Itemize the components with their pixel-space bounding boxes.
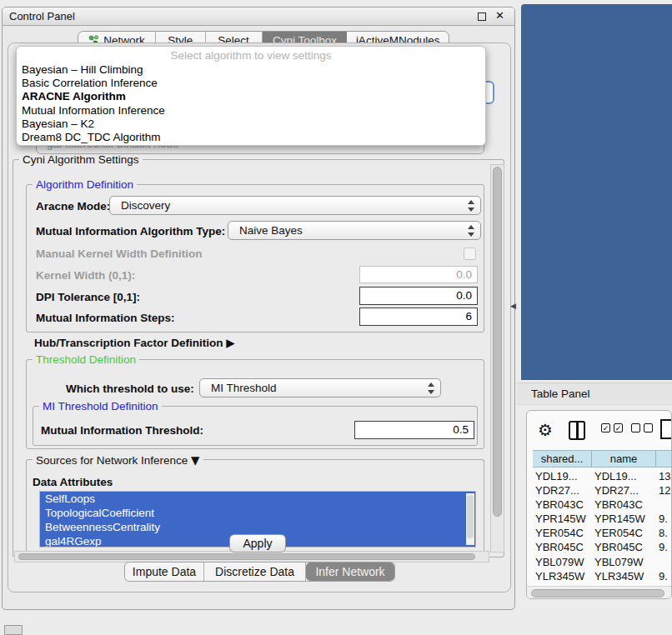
- control-panel-title: Control Panel: [9, 10, 75, 22]
- kernel-width-field[interactable]: 0.0: [359, 266, 478, 283]
- sources-title-label: Sources for Network Inference: [36, 454, 188, 467]
- table-cell[interactable]: YPR145W: [592, 512, 656, 526]
- table-horizontal-scrollbar-thumb[interactable]: [531, 589, 664, 598]
- which-threshold-combo[interactable]: MI Threshold: [199, 378, 441, 398]
- table-row[interactable]: YBR043CYBR043C: [533, 498, 672, 512]
- table-cell[interactable]: YBR045C: [592, 540, 656, 554]
- apply-button[interactable]: Apply: [229, 534, 286, 552]
- algorithm-option[interactable]: Dream8 DC_TDC Algorithm: [17, 131, 485, 144]
- attribute-item[interactable]: SelfLoops: [40, 492, 475, 506]
- which-threshold-value: MI Threshold: [211, 382, 277, 394]
- column-header-name[interactable]: name: [592, 451, 656, 467]
- hub-definition-label: Hub/Transcription Factor Definition: [34, 337, 223, 349]
- algorithm-option[interactable]: Bayesian – Hill Climbing: [17, 63, 485, 77]
- table-row[interactable]: YDR27...YDR27...12: [533, 483, 672, 498]
- threshold-definition-title: Threshold Definition: [33, 353, 139, 366]
- table-cell[interactable]: YBR043C: [592, 498, 656, 512]
- table-cell[interactable]: 13: [656, 469, 672, 483]
- settings-horizontal-scrollbar-thumb[interactable]: [18, 553, 475, 560]
- table-cell[interactable]: YDL19...: [533, 469, 592, 483]
- attributes-scrollbar[interactable]: [466, 493, 474, 545]
- columns-icon[interactable]: [569, 421, 585, 440]
- aracne-mode-combo[interactable]: Discovery: [109, 196, 481, 215]
- which-threshold-label: Which threshold to use:: [66, 382, 194, 395]
- settings-vertical-scrollbar-thumb[interactable]: [493, 167, 502, 517]
- close-icon[interactable]: ✕: [495, 9, 504, 22]
- tab-impute-data[interactable]: Impute Data: [125, 562, 204, 581]
- table-cell[interactable]: YBL079W: [533, 555, 592, 569]
- tab-discretize-data[interactable]: Discretize Data: [204, 562, 306, 581]
- combo-arrows-icon: [468, 200, 474, 212]
- table-cell[interactable]: 9.: [656, 540, 672, 554]
- combo-arrows-icon: [468, 225, 474, 237]
- table-rows[interactable]: YDL19...YDL19...13YDR27...YDR27...12YBR0…: [533, 469, 672, 586]
- table-cell[interactable]: YBR045C: [533, 540, 592, 554]
- gear-icon[interactable]: ⚙: [538, 420, 553, 440]
- table-panel-title: Table Panel: [531, 388, 590, 400]
- table-cell[interactable]: 12: [656, 483, 672, 498]
- table-cell[interactable]: 9.: [656, 512, 672, 526]
- column-header-shared-name[interactable]: shared...: [533, 451, 592, 467]
- split-pane-collapse-icon[interactable]: ◀: [510, 302, 516, 310]
- mi-algorithm-type-combo[interactable]: Naive Bayes: [228, 221, 481, 240]
- cyni-algorithm-settings-title: Cyni Algorithm Settings: [19, 153, 143, 166]
- aracne-mode-value: Discovery: [121, 199, 170, 212]
- table-cell[interactable]: YLR345W: [533, 569, 592, 583]
- attributes-scrollbar-thumb[interactable]: [467, 495, 474, 538]
- algorithm-popup-hint: Select algorithm to view settings: [17, 49, 485, 63]
- table-row[interactable]: YDL19...YDL19...13: [533, 469, 672, 483]
- page-icon[interactable]: [660, 419, 672, 439]
- table-cell[interactable]: YBR043C: [533, 498, 592, 512]
- table-row[interactable]: YER054CYER054C8.: [533, 526, 672, 540]
- table-panel-header: Table Panel: [517, 382, 672, 405]
- algorithm-option-selected[interactable]: ARACNE Algorithm: [17, 90, 485, 103]
- table-cell[interactable]: [656, 555, 672, 569]
- settings-vertical-scrollbar[interactable]: [490, 164, 504, 552]
- table-cell[interactable]: [656, 498, 672, 512]
- screen: Control Panel ✕ Network Style Select: [0, 0, 672, 635]
- aracne-mode-label: Aracne Mode:: [36, 200, 110, 212]
- table-cell[interactable]: YPR145W: [533, 512, 592, 526]
- algorithm-definition-title: Algorithm Definition: [33, 178, 137, 191]
- control-panel-window: Control Panel ✕ Network Style Select: [2, 7, 515, 610]
- column-header-partial[interactable]: [656, 451, 672, 467]
- mi-threshold-field[interactable]: 0.5: [354, 421, 474, 439]
- unchecked-box-icon[interactable]: [644, 423, 653, 432]
- table-cell[interactable]: 8.: [656, 526, 672, 540]
- combo-arrows-icon: [428, 382, 434, 394]
- checked-box-icon[interactable]: ✓: [601, 423, 610, 432]
- table-panel-card: ⚙ ✓ ✓ shared... name YDL19...YDL19...13Y…: [526, 410, 672, 599]
- table-cell[interactable]: YDR27...: [592, 483, 656, 498]
- algorithm-option[interactable]: Bayesian – K2: [17, 118, 485, 131]
- algorithm-option[interactable]: Basic Correlation Inference: [17, 77, 485, 90]
- table-cell[interactable]: YER054C: [533, 526, 592, 540]
- table-cell[interactable]: 9.: [656, 569, 672, 583]
- table-row[interactable]: YBL079WYBL079W: [533, 555, 672, 569]
- mi-steps-field[interactable]: 6: [359, 308, 478, 326]
- table-cell[interactable]: YLR345W: [592, 569, 656, 583]
- attribute-item[interactable]: TopologicalCoefficient: [40, 506, 475, 520]
- table-cell[interactable]: YBL079W: [592, 555, 656, 569]
- table-cell[interactable]: YDR27...: [533, 483, 592, 498]
- sources-title[interactable]: Sources for Network Inference ▼: [33, 453, 203, 467]
- float-window-icon[interactable]: [478, 12, 486, 21]
- algorithm-option[interactable]: Mutual Information Inference: [17, 104, 485, 118]
- manual-kernel-width-label: Manual Kernel Width Definition: [36, 248, 202, 260]
- table-cell[interactable]: YER054C: [592, 526, 656, 540]
- checked-box-icon[interactable]: ✓: [614, 423, 623, 432]
- unchecked-box-icon[interactable]: [631, 423, 640, 432]
- settings-horizontal-scrollbar[interactable]: [14, 551, 489, 562]
- expanded-arrow-icon: ▼: [191, 453, 199, 467]
- dpi-tolerance-field[interactable]: 0.0: [359, 287, 478, 305]
- manual-kernel-width-checkbox[interactable]: [464, 248, 476, 260]
- table-row[interactable]: YLR345WYLR345W9.: [533, 569, 672, 583]
- table-row[interactable]: YBR045CYBR045C9.: [533, 540, 672, 554]
- minimized-panel-button[interactable]: [4, 625, 23, 635]
- kernel-width-label: Kernel Width (0,1):: [36, 269, 135, 282]
- table-horizontal-scrollbar[interactable]: [527, 586, 672, 599]
- attribute-item[interactable]: BetweennessCentrality: [40, 520, 475, 534]
- table-row[interactable]: YPR145WYPR145W9.: [533, 512, 672, 526]
- hub-definition-toggle[interactable]: Hub/Transcription Factor Definition ▶: [34, 336, 235, 349]
- tab-infer-network[interactable]: Infer Network: [306, 562, 394, 581]
- table-cell[interactable]: YDL19...: [592, 469, 656, 483]
